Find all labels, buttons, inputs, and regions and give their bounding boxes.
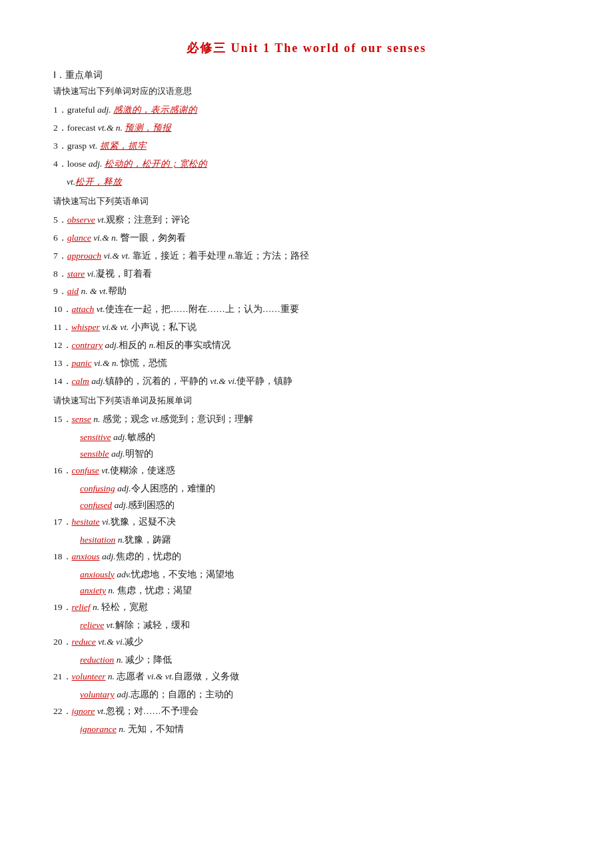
vocab-item-22: 22．ignore vt.忽视；对……不予理会	[53, 704, 560, 719]
vocab-item-21-sub1: voluntary adj.志愿的；自愿的；主动的	[80, 687, 560, 703]
vocab-item-18-sub1: anxiously adv.忧虑地，不安地；渴望地	[80, 567, 560, 583]
vocab-item-4-sub: vt.松开，释放	[67, 175, 560, 190]
vocab-item-16: 16．confuse vt.使糊涂，使迷惑	[53, 463, 560, 479]
vocab-item-6: 6．glance vi.& n. 瞥一眼，匆匆看	[53, 231, 560, 246]
item-num: 4．loose	[53, 159, 89, 169]
page-title: 必修三 Unit 1 The world of our senses	[53, 40, 560, 56]
item-underline: 预测，预报	[123, 123, 171, 133]
vocab-item-2: 2．forecast vt.& n. 预测，预报	[53, 121, 560, 136]
item-num: 3．grasp	[53, 141, 89, 151]
vocab-item-17: 17．hesitate vi.犹豫，迟疑不决	[53, 515, 560, 530]
vocab-item-19: 19．relief n. 轻松，宽慰	[53, 600, 560, 615]
vocab-item-7: 7．approach vi.& vt. 靠近，接近；着手处理 n.靠近；方法；路…	[53, 249, 560, 264]
vocab-item-1: 1．grateful adj. 感激的，表示感谢的	[53, 103, 560, 118]
item-num: 1．grateful	[53, 105, 97, 115]
vocab-item-19-sub1: relieve vt.解除；减轻，缓和	[80, 618, 560, 633]
vocab-item-3: 3．grasp vt. 抓紧，抓牢	[53, 139, 560, 154]
item-pos: vt.	[89, 141, 97, 151]
group2-instruction: 请快速写出下列英语单词	[53, 195, 560, 207]
group3-instruction: 请快速写出下列英语单词及拓展单词	[53, 395, 560, 407]
vocab-item-4: 4．loose adj. 松动的，松开的；宽松的	[53, 157, 560, 172]
section-label: Ⅰ．重点单词	[53, 69, 560, 81]
vocab-item-12: 12．contrary adj.相反的 n.相反的事实或情况	[53, 338, 560, 353]
vocab-item-5: 5．observe vt.观察；注意到；评论	[53, 213, 560, 228]
vocab-item-20: 20．reduce vt.& vi.减少	[53, 635, 560, 650]
vocab-item-14: 14．calm adj.镇静的，沉着的，平静的 vt.& vi.使平静，镇静	[53, 374, 560, 389]
vocab-item-8: 8．stare vi.凝视，盯着看	[53, 267, 560, 282]
vocab-item-13: 13．panic vi.& n. 惊慌，恐慌	[53, 356, 560, 371]
vocab-item-9: 9．aid n. & vt.帮助	[53, 284, 560, 299]
vocab-item-15-sub2: sensible adj.明智的	[80, 447, 560, 462]
item-underline: 抓紧，抓牢	[98, 141, 147, 151]
vocab-item-15: 15．sense n. 感觉；观念 vt.感觉到；意识到；理解	[53, 412, 560, 427]
vocab-item-16-sub1: confusing adj.令人困惑的，难懂的	[80, 481, 560, 497]
item-pos: adj.	[97, 105, 111, 115]
item-underline: 感激的，表示感谢的	[111, 105, 197, 115]
group1-instruction: 请快速写出下列单词对应的汉语意思	[53, 85, 560, 97]
vocab-item-20-sub1: reduction n. 减少；降低	[80, 653, 560, 668]
item-num: 2．forecast	[53, 123, 98, 133]
vocab-item-11: 11．whisper vi.& vt. 小声说；私下说	[53, 320, 560, 335]
item-pos: adj.	[89, 159, 103, 169]
vocab-item-21: 21．volunteer n. 志愿者 vi.& vt.自愿做，义务做	[53, 669, 560, 685]
vocab-item-10: 10．attach vt.使连在一起，把……附在……上；认为……重要	[53, 302, 560, 317]
item-underline: 松动的，松开的；宽松的	[102, 159, 207, 169]
vocab-item-18-sub2: anxiety n. 焦虑，忧虑；渴望	[80, 583, 560, 599]
item-pos: vt.& n.	[98, 123, 123, 133]
vocab-item-16-sub2: confused adj.感到困惑的	[80, 498, 560, 513]
vocab-item-18: 18．anxious adj.焦虑的，忧虑的	[53, 549, 560, 565]
vocab-item-22-sub1: ignorance n. 无知，不知情	[80, 722, 560, 737]
vocab-item-17-sub1: hesitation n.犹豫，踌躇	[80, 533, 560, 548]
vocab-item-15-sub1: sensitive adj.敏感的	[80, 430, 560, 445]
